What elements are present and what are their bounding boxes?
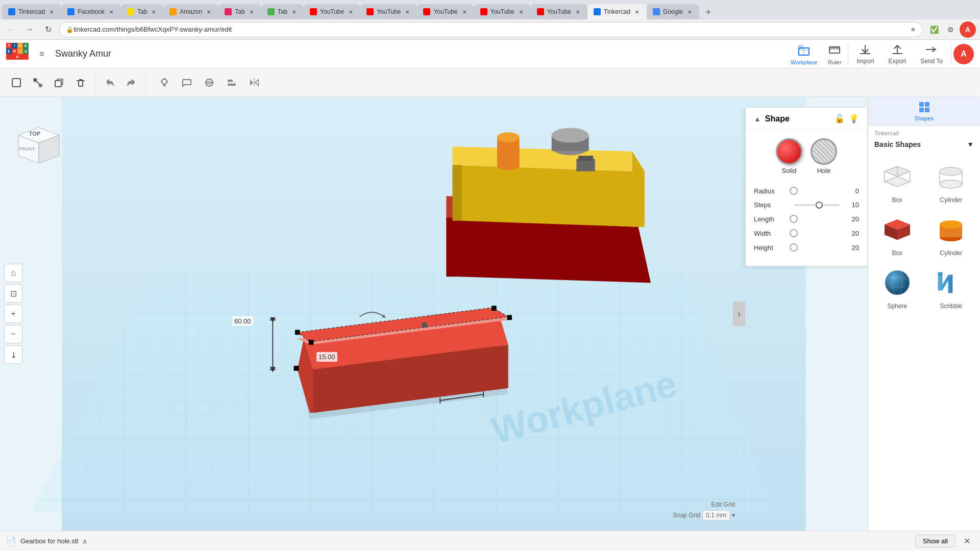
tinkercad-logo[interactable]: T I N K E R C A D	[6, 43, 29, 65]
height-value[interactable]: 20	[844, 244, 859, 252]
zoom-out-btn[interactable]: −	[4, 325, 22, 343]
undo-btn[interactable]	[100, 72, 120, 93]
shapes-dropdown-arrow[interactable]: ▼	[967, 140, 974, 148]
snap-dropdown-icon[interactable]: ▾	[732, 512, 735, 519]
comment-btn[interactable]	[177, 72, 197, 93]
project-name[interactable]: Swanky Amur	[55, 48, 111, 59]
grid-btn[interactable]	[199, 72, 219, 93]
viewport-controls: ⌂ ⊡ + − ⤓	[4, 264, 22, 364]
browser-tab[interactable]: Facebook ✕	[61, 4, 121, 19]
svg-marker-27	[250, 80, 253, 86]
svg-rect-66	[576, 159, 595, 171]
delete-tool-btn[interactable]	[70, 72, 91, 93]
shape-item-box-red[interactable]: Box	[872, 210, 922, 259]
address-bar[interactable]: 🔒 tinkercad.com/things/b6BfwcXqxPY-swank…	[59, 22, 923, 37]
tab-close-active-btn[interactable]: ✕	[633, 8, 641, 15]
cut-tool-btn[interactable]	[28, 72, 48, 93]
fit-view-btn[interactable]: ⊡	[4, 284, 22, 303]
copy-tool-btn[interactable]	[49, 72, 69, 93]
workplane-button[interactable]: Workplane	[787, 39, 821, 69]
shapes-library-btn[interactable]: Shapes	[868, 97, 980, 126]
export-button[interactable]: Export	[882, 40, 912, 68]
profile-icon[interactable]: A	[960, 21, 976, 38]
bottom-close-btn[interactable]: ✕	[960, 534, 974, 548]
tab-close-btn[interactable]: ✕	[404, 8, 411, 15]
shape-item-box-wire[interactable]: Box	[872, 157, 922, 206]
browser-tab[interactable]: YouTube ✕	[360, 4, 417, 19]
browser-tab[interactable]: Amazon ✕	[163, 4, 218, 19]
panel-expand-btn[interactable]: ›	[733, 302, 745, 326]
tab-close-btn[interactable]: ✕	[48, 8, 55, 15]
select-tool-btn[interactable]	[6, 72, 27, 93]
download-btn[interactable]: ⤓	[4, 345, 22, 364]
zoom-in-btn[interactable]: +	[4, 305, 22, 323]
browser-tab[interactable]: YouTube ✕	[417, 4, 474, 19]
import-button[interactable]: Import	[850, 40, 880, 68]
file-chevron-btn[interactable]: ∧	[82, 537, 87, 545]
tab-favicon	[366, 8, 374, 15]
browser-tab[interactable]: YouTube ✕	[304, 4, 360, 19]
width-value[interactable]: 20	[844, 230, 859, 237]
lightbulb-btn[interactable]	[154, 72, 175, 93]
home-view-btn[interactable]: ⌂	[4, 264, 22, 282]
view-cube-container[interactable]: TOP FRONT	[8, 107, 64, 163]
steps-value[interactable]: 10	[844, 201, 859, 209]
browser-tab[interactable]: Tab ✕	[218, 4, 261, 19]
solid-type-btn[interactable]: Solid	[776, 138, 802, 174]
radius-value[interactable]: 0	[844, 187, 859, 195]
shape-item-cylinder-wire[interactable]: Cylinder	[926, 157, 976, 206]
tab-close-btn[interactable]: ✕	[108, 8, 115, 15]
edit-grid-btn[interactable]: Edit Grid	[673, 501, 735, 508]
shape-item-scribble[interactable]: Scribble	[926, 263, 976, 312]
tab-close-btn[interactable]: ✕	[518, 8, 525, 15]
browser-tab[interactable]: Tinkercad ✕	[2, 4, 61, 19]
tab-close-btn[interactable]: ✕	[574, 8, 581, 15]
align-btn[interactable]	[222, 72, 242, 93]
view-toggle-icon[interactable]: ≡	[35, 47, 49, 61]
length-radio[interactable]	[790, 215, 798, 223]
height-radio[interactable]	[790, 243, 798, 252]
browser-tab[interactable]: Tab ✕	[121, 4, 163, 19]
tab-close-btn[interactable]: ✕	[150, 8, 157, 15]
new-tab-button[interactable]: +	[701, 5, 716, 19]
shape-item-cylinder-orange[interactable]: Cylinder	[926, 210, 976, 259]
radius-radio[interactable]	[790, 187, 798, 195]
svg-rect-11	[860, 53, 870, 54]
redo-btn[interactable]	[121, 72, 141, 93]
shape-thumb-cylinder-orange	[930, 212, 971, 247]
shape-light-btn[interactable]: 💡	[849, 114, 859, 123]
length-value[interactable]: 20	[844, 215, 859, 223]
back-button[interactable]: ←	[4, 22, 18, 37]
profile-avatar[interactable]: A	[953, 44, 974, 64]
tab-close-btn[interactable]: ✕	[686, 8, 693, 15]
svg-rect-12	[892, 53, 902, 54]
browser-tab[interactable]: YouTube ✕	[531, 4, 587, 19]
show-all-btn[interactable]: Show all	[915, 535, 955, 547]
width-radio[interactable]	[790, 229, 798, 237]
forward-button[interactable]: →	[22, 22, 37, 37]
viewport[interactable]: Workplane	[0, 97, 868, 531]
tab-close-btn[interactable]: ✕	[290, 8, 298, 15]
steps-slider[interactable]	[794, 204, 840, 206]
refresh-button[interactable]: ↻	[41, 22, 55, 37]
tab-close-btn[interactable]: ✕	[461, 8, 468, 15]
hole-type-btn[interactable]: Hole	[811, 138, 837, 174]
tab-close-btn[interactable]: ✕	[205, 8, 212, 15]
ruler-button[interactable]: Ruler	[823, 39, 846, 69]
shape-item-sphere-blue[interactable]: Sphere	[872, 263, 922, 312]
send-to-button[interactable]: Send To	[914, 40, 949, 68]
basic-shapes-selector[interactable]: Basic Shapes ▼	[868, 138, 980, 153]
browser-tab[interactable]: Google ✕	[647, 4, 699, 19]
browser-tab[interactable]: Tab ✕	[261, 4, 304, 19]
ext-icon-1[interactable]: ✅	[927, 22, 941, 37]
shape-lock-btn[interactable]: 🔓	[835, 114, 845, 123]
browser-tab[interactable]: YouTube ✕	[474, 4, 531, 19]
ext-icon-2[interactable]: ⚙	[943, 22, 958, 37]
tab-favicon-active	[594, 8, 601, 15]
tab-close-btn[interactable]: ✕	[248, 8, 255, 15]
mirror-btn[interactable]	[244, 72, 264, 93]
snap-grid-value[interactable]: 0.1 mm	[702, 510, 730, 520]
tab-close-btn[interactable]: ✕	[347, 8, 354, 15]
shape-panel-collapse-btn[interactable]: ▲	[754, 115, 761, 123]
browser-tab-active[interactable]: Tinkercad ✕	[587, 4, 647, 19]
